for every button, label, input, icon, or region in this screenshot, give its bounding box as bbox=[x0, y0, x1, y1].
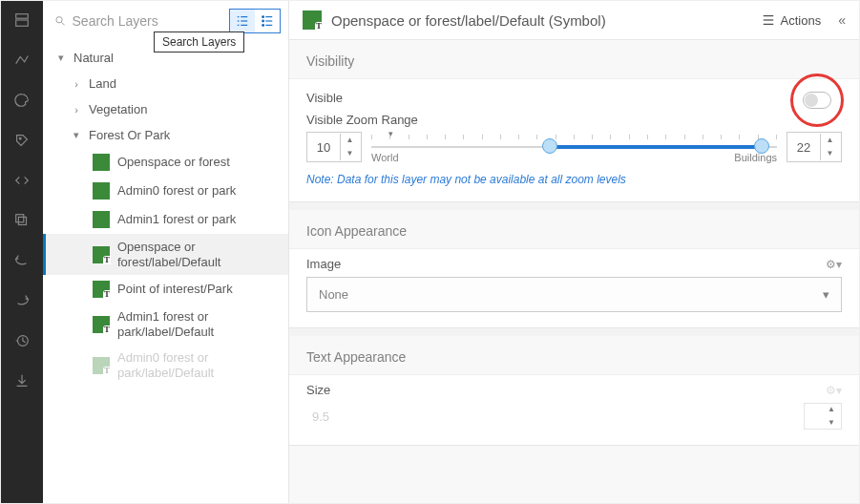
section-text-appearance: Text Appearance Size ⚙▾ 9.5 ▲▼ bbox=[289, 336, 859, 446]
gear-icon[interactable]: ⚙▾ bbox=[826, 258, 842, 271]
zoom-max-input[interactable]: ▲▼ bbox=[787, 132, 842, 162]
fill-swatch-icon bbox=[93, 211, 110, 228]
svg-line-7 bbox=[62, 22, 65, 25]
rail-redo-icon[interactable] bbox=[12, 291, 31, 310]
rail-copy-icon[interactable] bbox=[12, 211, 31, 230]
tree-node-land[interactable]: ›Land bbox=[43, 71, 288, 96]
section-title: Icon Appearance bbox=[289, 210, 859, 248]
layer-label: Admin0 forest or park/label/Default bbox=[117, 350, 281, 380]
layer-admin1-label-default[interactable]: Admin1 forest or park/label/Default bbox=[43, 304, 288, 345]
rail-palette-icon[interactable] bbox=[12, 91, 31, 110]
size-value: 9.5 bbox=[306, 410, 329, 424]
gear-icon[interactable]: ⚙▾ bbox=[826, 384, 842, 397]
slider-cap-world: World bbox=[371, 152, 399, 163]
nav-rail bbox=[1, 1, 43, 503]
svg-rect-1 bbox=[16, 14, 29, 19]
step-down-icon[interactable]: ▼ bbox=[822, 416, 841, 430]
view-mode-toggle bbox=[229, 9, 281, 33]
rail-layers-icon[interactable] bbox=[12, 10, 31, 30]
search-icon bbox=[54, 14, 67, 28]
tree-label: Land bbox=[89, 76, 116, 91]
rail-labels-icon[interactable] bbox=[12, 131, 31, 150]
rail-code-icon[interactable] bbox=[12, 171, 31, 190]
zoom-note: Note: Data for this layer may not be ava… bbox=[306, 163, 842, 186]
svg-point-14 bbox=[262, 16, 264, 18]
view-mode-grouped[interactable] bbox=[230, 10, 255, 32]
svg-point-18 bbox=[262, 25, 264, 27]
layer-admin0-label-default[interactable]: Admin0 forest or park/label/Default bbox=[43, 345, 288, 386]
section-title: Visibility bbox=[289, 40, 859, 78]
chevron-right-icon: › bbox=[72, 104, 81, 116]
zoom-range-slider[interactable]: ▾ WorldBuildings bbox=[371, 131, 777, 163]
section-title: Text Appearance bbox=[289, 336, 859, 374]
svg-rect-4 bbox=[16, 215, 24, 222]
fill-swatch-icon bbox=[93, 154, 110, 171]
section-visibility: Visibility Visible Visible Zoom Range ▲▼ bbox=[289, 40, 859, 202]
rail-path-icon[interactable] bbox=[12, 51, 31, 70]
layer-openspace-or-forest[interactable]: Openspace or forest bbox=[43, 148, 288, 177]
rail-download-icon[interactable] bbox=[12, 371, 31, 390]
text-symbol-icon bbox=[93, 357, 110, 374]
tree-label: Forest Or Park bbox=[89, 128, 170, 142]
view-mode-flat[interactable] bbox=[255, 10, 280, 32]
tree-label: Vegetation bbox=[89, 102, 147, 116]
step-up-icon[interactable]: ▲ bbox=[821, 134, 839, 147]
size-label: Size bbox=[306, 383, 330, 397]
step-down-icon[interactable]: ▼ bbox=[341, 147, 359, 160]
chevron-down-icon: ▾ bbox=[823, 287, 829, 302]
chevron-down-icon: ▾ bbox=[72, 129, 81, 141]
layer-admin1-forest[interactable]: Admin1 forest or park bbox=[43, 205, 288, 234]
collapse-button[interactable]: « bbox=[838, 12, 846, 28]
panel-header: Openspace or forest/label/Default (Symbo… bbox=[289, 1, 859, 40]
actions-menu[interactable]: Actions bbox=[758, 11, 826, 30]
svg-point-2 bbox=[19, 137, 21, 139]
slider-cap-buildings: Buildings bbox=[734, 152, 777, 163]
visible-toggle[interactable] bbox=[803, 92, 831, 109]
layer-label: Openspace or forest/label/Default bbox=[117, 240, 281, 269]
image-label: Image bbox=[306, 257, 341, 271]
text-symbol-icon bbox=[303, 10, 322, 30]
visible-label: Visible bbox=[306, 91, 343, 105]
step-up-icon[interactable]: ▲ bbox=[341, 134, 359, 147]
layer-label: Admin1 forest or park bbox=[117, 212, 281, 227]
zoom-min-value[interactable] bbox=[307, 140, 340, 155]
layers-panel: Search Layers ▾Natural ›Land ›Vegetation… bbox=[43, 1, 289, 503]
step-up-icon[interactable]: ▲ bbox=[822, 403, 841, 416]
tree-node-vegetation[interactable]: ›Vegetation bbox=[43, 96, 288, 122]
svg-rect-0 bbox=[16, 20, 29, 26]
svg-point-16 bbox=[262, 20, 264, 22]
zoom-min-input[interactable]: ▲▼ bbox=[306, 132, 362, 162]
rail-history-icon[interactable] bbox=[12, 331, 31, 350]
svg-rect-3 bbox=[18, 217, 26, 224]
svg-point-6 bbox=[56, 17, 62, 23]
layer-openspace-label-default[interactable]: Openspace or forest/label/Default bbox=[43, 234, 288, 275]
properties-panel: Openspace or forest/label/Default (Symbo… bbox=[289, 1, 859, 503]
tree-node-forest-or-park[interactable]: ▾Forest Or Park bbox=[43, 122, 288, 148]
panel-title: Openspace or forest/label/Default (Symbo… bbox=[331, 12, 748, 29]
text-symbol-icon bbox=[93, 281, 110, 298]
search-input[interactable] bbox=[73, 13, 221, 29]
image-value: None bbox=[319, 287, 348, 302]
layer-admin0-forest[interactable]: Admin0 forest or park bbox=[43, 177, 288, 205]
layer-label: Admin0 forest or park bbox=[117, 183, 281, 199]
menu-icon bbox=[762, 13, 775, 27]
zoom-max-value[interactable] bbox=[787, 140, 820, 155]
actions-label: Actions bbox=[781, 13, 822, 28]
zoom-range-label: Visible Zoom Range bbox=[306, 113, 842, 131]
layer-label: Point of interest/Park bbox=[117, 282, 281, 297]
layer-label: Openspace or forest bbox=[117, 155, 281, 170]
layer-poi-park[interactable]: Point of interest/Park bbox=[43, 275, 288, 304]
image-select[interactable]: None ▾ bbox=[306, 277, 842, 312]
step-down-icon[interactable]: ▼ bbox=[821, 147, 839, 160]
fill-swatch-icon bbox=[93, 182, 110, 200]
section-icon-appearance: Icon Appearance Image ⚙▾ None ▾ bbox=[289, 210, 859, 328]
text-symbol-icon bbox=[93, 316, 110, 333]
search-input-wrap[interactable] bbox=[54, 13, 221, 29]
text-symbol-icon bbox=[93, 246, 110, 263]
size-stepper[interactable]: ▲▼ bbox=[804, 403, 842, 430]
layer-label: Admin1 forest or park/label/Default bbox=[117, 309, 281, 339]
chevron-right-icon: › bbox=[72, 78, 81, 90]
rail-undo-icon[interactable] bbox=[12, 251, 31, 270]
highlight-circle bbox=[790, 74, 844, 127]
search-tooltip: Search Layers bbox=[154, 32, 244, 52]
